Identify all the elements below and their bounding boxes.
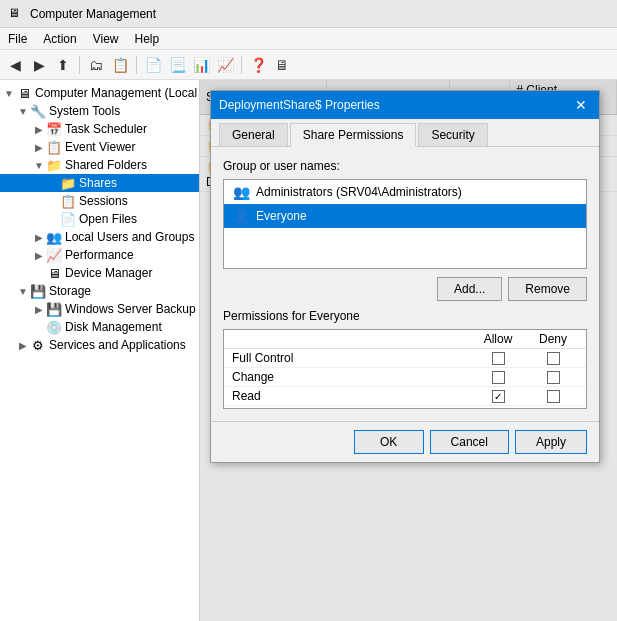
dialog-tabs: General Share Permissions Security xyxy=(211,119,599,147)
toolbar-view3[interactable]: 📊 xyxy=(190,54,212,76)
menu-view[interactable]: View xyxy=(85,28,127,49)
everyone-label: Everyone xyxy=(256,209,307,223)
apply-button[interactable]: Apply xyxy=(515,430,587,454)
fullcontrol-allow-checkbox[interactable] xyxy=(492,352,505,365)
toolbar-view1[interactable]: 📄 xyxy=(142,54,164,76)
change-deny-checkbox[interactable] xyxy=(547,371,560,384)
task-scheduler-icon: 📅 xyxy=(46,121,62,137)
menu-help[interactable]: Help xyxy=(127,28,168,49)
expand-arrow-local-users[interactable]: ▶ xyxy=(32,230,46,244)
shared-folders-icon: 📁 xyxy=(46,157,62,173)
expand-arrow-shared[interactable]: ▼ xyxy=(32,158,46,172)
tree-label-local-users: Local Users and Groups xyxy=(65,230,194,244)
toolbar-view4[interactable]: 📈 xyxy=(214,54,236,76)
administrators-icon: 👥 xyxy=(232,183,250,201)
permissions-box: Allow Deny Full Control xyxy=(223,329,587,409)
fullcontrol-deny-checkbox[interactable] xyxy=(547,352,560,365)
read-allow-checkbox[interactable] xyxy=(492,390,505,403)
tree-item-performance[interactable]: ▶ 📈 Performance xyxy=(0,246,199,264)
expand-arrow-services[interactable]: ▶ xyxy=(16,338,30,352)
tree-item-event-viewer[interactable]: ▶ 📋 Event Viewer xyxy=(0,138,199,156)
tree-label-disk-management: Disk Management xyxy=(65,320,162,334)
read-deny-checkbox[interactable] xyxy=(547,390,560,403)
tab-security[interactable]: Security xyxy=(418,123,487,146)
perm-fullcontrol-label: Full Control xyxy=(232,351,468,365)
expand-arrow-backup[interactable]: ▶ xyxy=(32,302,46,316)
tree-label-sessions: Sessions xyxy=(79,194,128,208)
expand-arrow-open-files xyxy=(46,212,60,226)
perm-row-change: Change xyxy=(224,368,586,387)
tree-item-computer-management[interactable]: ▼ 🖥 Computer Management (Local xyxy=(0,84,199,102)
tree-item-open-files[interactable]: 📄 Open Files xyxy=(0,210,199,228)
toolbar-up[interactable]: ⬆ xyxy=(52,54,74,76)
toolbar-sep1 xyxy=(79,56,80,74)
tree-label-shares: Shares xyxy=(79,176,117,190)
disk-management-icon: 💿 xyxy=(46,319,62,335)
tree-label-task-scheduler: Task Scheduler xyxy=(65,122,147,136)
menu-action[interactable]: Action xyxy=(35,28,84,49)
expand-arrow-event[interactable]: ▶ xyxy=(32,140,46,154)
expand-arrow-performance[interactable]: ▶ xyxy=(32,248,46,262)
user-list-item-everyone[interactable]: 👤 Everyone xyxy=(224,204,586,228)
computer-management-icon: 🖥 xyxy=(16,85,32,101)
ok-button[interactable]: OK xyxy=(354,430,424,454)
tree-label-computer: Computer Management (Local xyxy=(35,86,197,100)
dialog-close-button[interactable]: ✕ xyxy=(571,95,591,115)
toolbar-view2[interactable]: 📃 xyxy=(166,54,188,76)
tree-label-windows-backup: Windows Server Backup xyxy=(65,302,196,316)
dialog-title-bar: DeploymentShare$ Properties ✕ xyxy=(211,91,599,119)
tree-item-shared-folders[interactable]: ▼ 📁 Shared Folders xyxy=(0,156,199,174)
dialog-title-text: DeploymentShare$ Properties xyxy=(219,98,380,112)
expand-arrow-storage[interactable]: ▼ xyxy=(16,284,30,298)
expand-arrow-task[interactable]: ▶ xyxy=(32,122,46,136)
tree-item-windows-backup[interactable]: ▶ 💾 Windows Server Backup xyxy=(0,300,199,318)
toolbar-back[interactable]: ◀ xyxy=(4,54,26,76)
remove-button[interactable]: Remove xyxy=(508,277,587,301)
change-allow-checkbox[interactable] xyxy=(492,371,505,384)
cancel-button[interactable]: Cancel xyxy=(430,430,509,454)
title-bar: 🖥 Computer Management xyxy=(0,0,617,28)
tree-item-sessions[interactable]: 📋 Sessions xyxy=(0,192,199,210)
tree-label-performance: Performance xyxy=(65,248,134,262)
allow-header: Allow xyxy=(468,332,528,346)
tree-item-shares[interactable]: 📁 Shares xyxy=(0,174,199,192)
toolbar-show-hide[interactable]: 🗂 xyxy=(85,54,107,76)
tree-item-device-manager[interactable]: 🖥 Device Manager xyxy=(0,264,199,282)
administrators-label: Administrators (SRV04\Administrators) xyxy=(256,185,462,199)
expand-arrow-disk xyxy=(32,320,46,334)
tab-share-permissions[interactable]: Share Permissions xyxy=(290,123,417,147)
tree-item-services-apps[interactable]: ▶ ⚙ Services and Applications xyxy=(0,336,199,354)
user-list-item-administrators[interactable]: 👥 Administrators (SRV04\Administrators) xyxy=(224,180,586,204)
right-panel: Share Name Folder Path Type # Client Con… xyxy=(200,80,617,621)
tree-item-storage[interactable]: ▼ 💾 Storage xyxy=(0,282,199,300)
system-tools-icon: 🔧 xyxy=(30,103,46,119)
tree-label-open-files: Open Files xyxy=(79,212,137,226)
tab-general[interactable]: General xyxy=(219,123,288,146)
toolbar: ◀ ▶ ⬆ 🗂 📋 📄 📃 📊 📈 ❓ 🖥 xyxy=(0,50,617,80)
toolbar-properties[interactable]: 📋 xyxy=(109,54,131,76)
expand-arrow-system-tools[interactable]: ▼ xyxy=(16,104,30,118)
perm-header-row: Allow Deny xyxy=(224,330,586,349)
tree-item-local-users[interactable]: ▶ 👥 Local Users and Groups xyxy=(0,228,199,246)
tree-item-system-tools[interactable]: ▼ 🔧 System Tools xyxy=(0,102,199,120)
tree-label-device-manager: Device Manager xyxy=(65,266,152,280)
expand-arrow-shares xyxy=(46,176,60,190)
performance-icon: 📈 xyxy=(46,247,62,263)
group-user-names-label: Group or user names: xyxy=(223,159,587,173)
tree-item-disk-management[interactable]: 💿 Disk Management xyxy=(0,318,199,336)
toolbar-help[interactable]: ❓ xyxy=(247,54,269,76)
properties-dialog: DeploymentShare$ Properties ✕ General Sh… xyxy=(210,90,600,463)
toolbar-sep3 xyxy=(241,56,242,74)
title-bar-text: Computer Management xyxy=(30,7,156,21)
add-button[interactable]: Add... xyxy=(437,277,502,301)
expand-arrow-computer[interactable]: ▼ xyxy=(2,86,16,100)
tree-item-task-scheduler[interactable]: ▶ 📅 Task Scheduler xyxy=(0,120,199,138)
tree-label-event-viewer: Event Viewer xyxy=(65,140,135,154)
tree-label-services: Services and Applications xyxy=(49,338,186,352)
event-viewer-icon: 📋 xyxy=(46,139,62,155)
user-listbox[interactable]: 👥 Administrators (SRV04\Administrators) … xyxy=(223,179,587,269)
add-remove-row: Add... Remove xyxy=(223,277,587,301)
toolbar-computer[interactable]: 🖥 xyxy=(271,54,293,76)
menu-file[interactable]: File xyxy=(0,28,35,49)
toolbar-forward[interactable]: ▶ xyxy=(28,54,50,76)
